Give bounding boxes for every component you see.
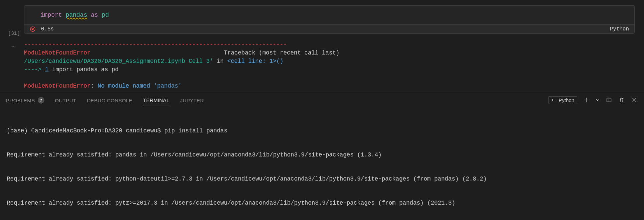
- execution-count: [31]: [0, 5, 24, 36]
- terminal-icon: [551, 98, 556, 102]
- error-icon: [30, 26, 36, 32]
- notebook-area: [31] import pandas as pd: [0, 0, 644, 93]
- output-row: … --------------------------------------…: [0, 40, 644, 93]
- terminal-profile-label: Python: [559, 97, 574, 103]
- kernel-language-label[interactable]: Python: [610, 26, 629, 32]
- traceback-separator: ----------------------------------------…: [24, 40, 635, 49]
- line-number-link[interactable]: 1: [45, 66, 49, 73]
- terminal-output[interactable]: (base) CandicedeMacBook-Pro:DA320 candic…: [0, 107, 644, 220]
- cell-line-ref: <cell line: 1>: [227, 58, 276, 65]
- traceback-frame: ----> 1 import pandas as pd: [24, 66, 635, 74]
- close-panel-button[interactable]: [631, 96, 638, 104]
- traceback-location: /Users/candicewu/DA320/DA320_Assignment2…: [24, 57, 635, 66]
- paren: (): [276, 58, 283, 65]
- tab-problems-label: PROBLEMS: [6, 98, 35, 103]
- terminal-line: Requirement already satisfied: pandas in…: [7, 151, 637, 159]
- module-name: pandas: [66, 12, 87, 18]
- tab-output[interactable]: OUTPUT: [55, 94, 76, 106]
- error-class-bottom: ModuleNotFoundError: [24, 83, 91, 89]
- code-editor[interactable]: import pandas as pd: [24, 6, 634, 24]
- in-word: in: [213, 58, 227, 65]
- error-class: ModuleNotFoundError: [24, 49, 91, 56]
- error-message: No module named: [98, 83, 154, 89]
- tab-problems[interactable]: PROBLEMS 2: [6, 94, 44, 106]
- colon: :: [91, 83, 98, 89]
- execution-duration: 0.5s: [41, 26, 54, 32]
- cell-row: [31] import pandas as pd: [0, 5, 644, 36]
- alias-name: pd: [102, 12, 109, 18]
- cell-status-bar: 0.5s Python: [24, 24, 634, 33]
- traceback-file[interactable]: /Users/candicewu/DA320/DA320_Assignment2…: [24, 58, 213, 65]
- frame-code: import pandas as pd: [49, 66, 119, 73]
- terminal-profile-picker[interactable]: Python: [548, 96, 577, 104]
- output-ellipsis[interactable]: …: [0, 40, 24, 49]
- traceback-label: Traceback (most recent call last): [224, 49, 340, 56]
- terminal-line: Requirement already satisfied: pytz>=201…: [7, 199, 637, 207]
- code-cell[interactable]: import pandas as pd 0.5s: [24, 5, 635, 34]
- error-final-line: ModuleNotFoundError: No module named 'pa…: [24, 82, 635, 90]
- traceback-header: ModuleNotFoundError Traceback (most rece…: [24, 49, 635, 57]
- keyword-import: import: [40, 12, 62, 18]
- tab-jupyter[interactable]: JUPYTER: [180, 94, 204, 106]
- keyword-as: as: [91, 12, 98, 18]
- new-terminal-button[interactable]: [583, 96, 590, 104]
- problems-count-badge: 2: [38, 97, 44, 104]
- split-terminal-button[interactable]: [605, 96, 613, 104]
- tab-terminal[interactable]: TERMINAL: [143, 94, 170, 106]
- bottom-panel: PROBLEMS 2 OUTPUT DEBUG CONSOLE TERMINAL…: [0, 93, 644, 220]
- arrow: ---->: [24, 66, 42, 73]
- terminal-line: (base) CandicedeMacBook-Pro:DA320 candic…: [7, 127, 637, 135]
- kill-terminal-button[interactable]: [618, 96, 625, 104]
- terminal-line: Requirement already satisfied: python-da…: [7, 175, 637, 183]
- error-module-string: 'pandas': [154, 83, 182, 89]
- cell-output[interactable]: ----------------------------------------…: [24, 40, 644, 93]
- terminal-dropdown-button[interactable]: [595, 96, 600, 104]
- tab-debug-console[interactable]: DEBUG CONSOLE: [87, 94, 132, 106]
- panel-tabs: PROBLEMS 2 OUTPUT DEBUG CONSOLE TERMINAL…: [0, 93, 644, 107]
